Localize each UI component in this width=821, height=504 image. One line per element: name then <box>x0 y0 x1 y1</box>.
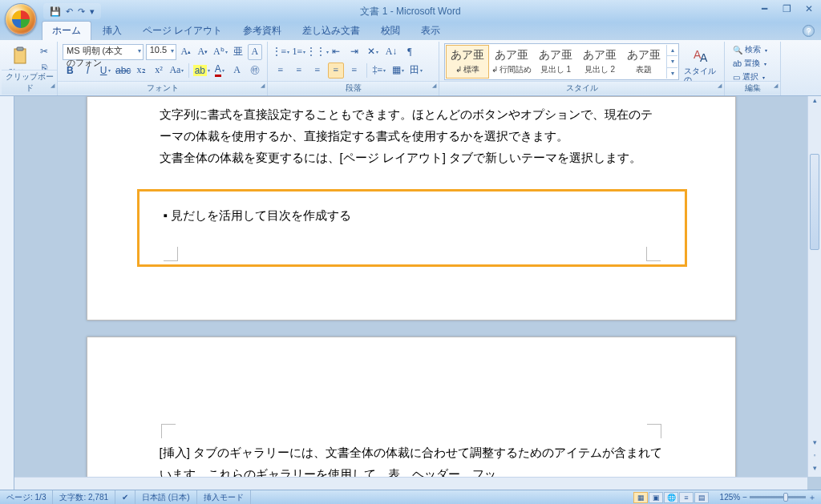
view-full-screen-icon[interactable]: ▣ <box>649 492 663 503</box>
horizontal-scrollbar[interactable] <box>14 477 807 490</box>
save-icon[interactable]: 💾 <box>50 6 61 17</box>
increase-indent-button[interactable]: ⇥ <box>346 44 362 60</box>
strikethrough-button[interactable]: abc <box>115 62 131 79</box>
styles-up-icon[interactable]: ▴ <box>667 45 677 56</box>
zoom-level[interactable]: 125% <box>720 493 741 502</box>
show-marks-button[interactable]: ¶ <box>402 44 418 60</box>
document-viewport: ▴ ▾ ◦ ▾ 文字列に書式を直接設定することもできます。ほとんどのボタンやオプ… <box>0 96 821 490</box>
tab-page-layout[interactable]: ページ レイアウト <box>133 22 232 40</box>
view-print-layout-icon[interactable]: ▦ <box>633 492 648 503</box>
status-page[interactable]: ページ: 1/3 <box>0 490 53 504</box>
group-clipboard: 貼り付け ✂ ⎘ 🖌 クリップボード <box>2 42 58 95</box>
group-font: MS 明朝 (本文のフォン 10.5 A▴ A▾ Aᵇ 亜 A B I U ab… <box>58 42 268 95</box>
page-1[interactable]: 文字列に書式を直接設定することもできます。ほとんどのボタンやオプションで、現在の… <box>87 96 736 321</box>
decrease-indent-button[interactable]: ⇤ <box>328 44 344 60</box>
align-center-button[interactable]: ≡ <box>291 62 307 79</box>
sort-button[interactable]: A↓ <box>383 44 399 60</box>
style-heading1[interactable]: あア亜見出し 1 <box>534 45 577 79</box>
justify-button[interactable]: ≡ <box>328 62 344 79</box>
vertical-scrollbar[interactable]: ▴ ▾ ◦ ▾ <box>807 96 821 477</box>
character-shading-button[interactable]: A <box>229 62 245 79</box>
undo-icon[interactable]: ↶ <box>66 6 73 17</box>
asian-layout-button[interactable]: ✕ <box>365 44 381 60</box>
status-proofing[interactable]: ✔ <box>115 490 135 504</box>
status-word-count[interactable]: 文字数: 2,781 <box>53 490 115 504</box>
status-insert-mode[interactable]: 挿入モード <box>197 490 251 504</box>
line-spacing-button[interactable]: ‡≡ <box>371 62 387 79</box>
page-margin-marker <box>646 247 661 261</box>
superscript-button[interactable]: x² <box>152 62 167 79</box>
redo-icon[interactable]: ↷ <box>78 6 85 17</box>
heading-text[interactable]: ▪ 見だしを活用して目次を作成する <box>164 204 661 226</box>
view-outline-icon[interactable]: ≡ <box>679 492 694 503</box>
distributed-button[interactable]: ≡ <box>346 62 362 79</box>
group-editing-label: 編集 <box>725 81 780 95</box>
office-button[interactable] <box>5 3 37 35</box>
paragraph[interactable]: 文書全体の体裁を変更するには、[ページ レイアウト] タブで新しいテーマを選択し… <box>160 147 663 168</box>
cut-button[interactable]: ✂ <box>36 43 52 59</box>
minimize-button[interactable]: ━ <box>757 3 771 14</box>
borders-button[interactable]: 田 <box>408 62 424 79</box>
zoom-out-button[interactable]: − <box>742 493 747 502</box>
tab-references[interactable]: 参考資料 <box>233 22 291 40</box>
find-button[interactable]: 🔍 検索 <box>730 43 770 56</box>
next-page-icon[interactable]: ▾ <box>808 464 821 477</box>
subscript-button[interactable]: x₂ <box>134 62 149 79</box>
highlight-button[interactable]: ab <box>193 62 209 79</box>
shrink-font-button[interactable]: A▾ <box>196 44 210 60</box>
document-area[interactable]: 文字列に書式を直接設定することもできます。ほとんどのボタンやオプションで、現在の… <box>14 96 807 477</box>
font-size-combo[interactable]: 10.5 <box>146 44 176 60</box>
group-paragraph: ⋮≡ 1≡ ⋮⋮ ⇤ ⇥ ✕ A↓ ¶ ≡ ≡ ≡ ≡ ≡ ‡≡ ▦ 田 段落 <box>268 42 439 95</box>
style-title[interactable]: あア亜表題 <box>622 45 665 79</box>
replace-button[interactable]: ab 置換 <box>730 57 770 70</box>
paragraph[interactable]: 文字列に書式を直接設定することもできます。ほとんどのボタンやオプションで、現在の… <box>160 103 663 147</box>
status-language[interactable]: 日本語 (日本) <box>135 490 196 504</box>
group-styles: あア亜↲ 標準 あア亜↲ 行間詰め あア亜見出し 1 あア亜見出し 2 あア亜表… <box>439 42 725 95</box>
styles-more-icon[interactable]: ▾ <box>667 68 677 79</box>
bullets-button[interactable]: ⋮≡ <box>273 44 289 60</box>
tab-mailings[interactable]: 差し込み文書 <box>293 22 370 40</box>
scroll-thumb[interactable] <box>810 154 819 250</box>
tab-home[interactable]: ホーム <box>42 21 91 40</box>
phonetic-guide-button[interactable]: 亜 <box>231 44 245 60</box>
help-icon[interactable]: ? <box>803 25 815 37</box>
grow-font-button[interactable]: A▴ <box>179 44 193 60</box>
style-normal[interactable]: あア亜↲ 標準 <box>446 45 489 79</box>
style-heading2[interactable]: あア亜見出し 2 <box>578 45 621 79</box>
font-name-combo[interactable]: MS 明朝 (本文のフォン <box>63 44 144 60</box>
close-button[interactable]: ✕ <box>802 3 816 14</box>
change-case-button[interactable]: Aa <box>168 62 184 79</box>
zoom-in-button[interactable]: ＋ <box>808 492 816 503</box>
scroll-down-icon[interactable]: ▾ <box>808 438 821 451</box>
style-no-spacing[interactable]: あア亜↲ 行間詰め <box>490 45 533 79</box>
character-border-button[interactable]: A <box>248 44 262 60</box>
prev-page-icon[interactable]: ◦ <box>808 451 821 464</box>
tab-view[interactable]: 表示 <box>411 22 450 40</box>
paragraph[interactable]: [挿入] タブのギャラリーには、文書全体の体裁に合わせて調整するためのアイテムが… <box>160 442 663 477</box>
qat-customize-icon[interactable]: ▾ <box>90 6 95 17</box>
svg-rect-1 <box>17 47 23 50</box>
view-draft-icon[interactable]: ▤ <box>694 492 709 503</box>
shading-button[interactable]: ▦ <box>390 62 406 79</box>
page-2[interactable]: [挿入] タブのギャラリーには、文書全体の体裁に合わせて調整するためのアイテムが… <box>87 337 736 477</box>
view-buttons: ▦ ▣ 🌐 ≡ ▤ <box>633 492 709 503</box>
ribbon-tabs: ホーム 挿入 ページ レイアウト 参考資料 差し込み文書 校閲 表示 ? <box>0 22 821 40</box>
zoom-slider[interactable] <box>750 496 806 498</box>
zoom-knob[interactable] <box>783 493 788 502</box>
maximize-button[interactable]: ❐ <box>779 3 794 14</box>
numbering-button[interactable]: 1≡ <box>291 44 307 60</box>
styles-scroll: ▴ ▾ ▾ <box>666 45 677 79</box>
tab-insert[interactable]: 挿入 <box>93 22 131 40</box>
enclose-characters-button[interactable]: ㊕ <box>247 62 262 79</box>
align-right-button[interactable]: ≡ <box>309 62 326 79</box>
scroll-up-icon[interactable]: ▴ <box>808 96 821 109</box>
styles-down-icon[interactable]: ▾ <box>667 56 677 67</box>
group-font-label: フォント <box>58 81 267 95</box>
font-color-button[interactable]: A <box>212 62 227 79</box>
align-left-button[interactable]: ≡ <box>273 62 289 79</box>
clear-formatting-button[interactable]: Aᵇ <box>212 44 229 60</box>
tab-review[interactable]: 校閲 <box>371 22 410 40</box>
multilevel-list-button[interactable]: ⋮⋮ <box>309 44 326 60</box>
vertical-ruler[interactable] <box>0 96 14 490</box>
view-web-layout-icon[interactable]: 🌐 <box>664 492 678 503</box>
